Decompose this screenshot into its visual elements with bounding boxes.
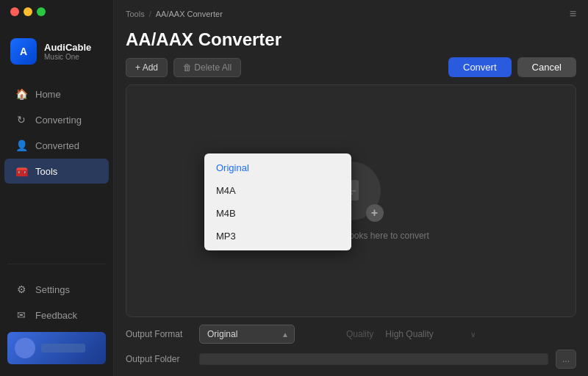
home-icon: 🏠 [15, 88, 28, 100]
sidebar-item-converted-label: Converted [35, 140, 79, 151]
sidebar-item-converting-label: Converting [35, 115, 82, 126]
sidebar-nav: 🏠 Home ↻ Converting 👤 Converted 🧰 Tools [0, 75, 113, 258]
bottom-options: Output Format Original ▲ Quality High Qu… [114, 317, 588, 376]
username-placeholder [41, 344, 85, 352]
sidebar-item-feedback-label: Feedback [35, 310, 77, 321]
minimize-button[interactable] [24, 7, 32, 16]
settings-icon: ⚙ [15, 283, 28, 295]
dropdown-item-m4a[interactable]: M4A [204, 179, 351, 202]
converted-icon: 👤 [15, 140, 28, 151]
user-avatar-section[interactable] [7, 332, 106, 364]
sidebar-item-settings-label: Settings [35, 284, 70, 295]
breadcrumb-separator: / [149, 10, 151, 18]
dropdown-item-m4b[interactable]: M4B [204, 202, 351, 225]
breadcrumb-parent: Tools [126, 10, 145, 18]
sidebar-item-home-label: Home [35, 89, 61, 100]
main-content: Tools / AA/AAX Converter ≡ AA/AAX Conver… [114, 0, 588, 376]
output-format-label: Output Format [126, 329, 192, 339]
sidebar-header: A AudiCable Music One [0, 26, 113, 75]
sidebar-footer: ⚙ Settings ✉ Feedback [0, 270, 113, 376]
breadcrumb: Tools / AA/AAX Converter [126, 10, 223, 18]
output-folder-label: Output Folder [126, 354, 192, 364]
breadcrumb-current: AA/AAX Converter [156, 10, 223, 18]
add-button[interactable]: + Add [126, 58, 168, 77]
sidebar-item-converting[interactable]: ↻ Converting [4, 107, 109, 132]
avatar [15, 338, 35, 358]
app-brand: AudiCable Music One [44, 42, 91, 61]
window-controls [0, 0, 56, 21]
toolbar-left: + Add 🗑 Delete All [126, 58, 241, 77]
sidebar: A AudiCable Music One 🏠 Home ↻ Convertin… [0, 0, 114, 376]
sidebar-divider [7, 264, 106, 264]
app-subtitle: Music One [44, 53, 91, 61]
sidebar-item-tools[interactable]: 🧰 Tools [4, 159, 109, 184]
page-title: AA/AAX Converter [114, 25, 588, 57]
sidebar-item-home[interactable]: 🏠 Home [4, 82, 109, 106]
menu-icon[interactable]: ≡ [570, 7, 576, 21]
format-row: Output Format Original ▲ Quality High Qu… [126, 325, 576, 344]
quality-label: Quality [346, 329, 373, 339]
delete-all-button[interactable]: 🗑 Delete All [173, 58, 241, 77]
sidebar-item-tools-label: Tools [35, 166, 57, 177]
folder-row: Output Folder ... [126, 350, 576, 369]
titlebar: Tools / AA/AAX Converter ≡ [114, 0, 588, 25]
cancel-button[interactable]: Cancel [517, 57, 576, 77]
quality-value: High Quality [385, 329, 433, 339]
format-dropdown-overlay[interactable]: Original M4A M4B MP3 [204, 153, 351, 250]
dropdown-item-original[interactable]: Original [204, 156, 351, 179]
drop-area[interactable]: + Drag & drop audiobooks here to convert… [126, 84, 576, 317]
maximize-button[interactable] [37, 7, 46, 16]
app-name: AudiCable [44, 42, 91, 53]
converting-icon: ↻ [15, 114, 28, 126]
sidebar-item-feedback[interactable]: ✉ Feedback [4, 303, 109, 328]
format-select-display[interactable]: Original [199, 325, 295, 344]
sidebar-item-settings[interactable]: ⚙ Settings [4, 277, 109, 302]
folder-browse-button[interactable]: ... [556, 350, 576, 369]
tools-icon: 🧰 [15, 165, 28, 177]
toolbar: + Add 🗑 Delete All Convert Cancel [114, 57, 588, 84]
format-select-wrapper: Original ▲ [199, 325, 295, 344]
folder-input[interactable] [199, 353, 548, 365]
drop-plus-icon: + [366, 204, 384, 222]
quality-arrow-icon[interactable]: ∨ [470, 330, 476, 339]
app-logo: A [10, 38, 37, 65]
dropdown-item-mp3[interactable]: MP3 [204, 225, 351, 247]
close-button[interactable] [10, 7, 19, 16]
convert-button[interactable]: Convert [448, 57, 512, 77]
toolbar-right: Convert Cancel [448, 57, 576, 77]
format-select-value: Original [207, 329, 237, 339]
sidebar-item-converted[interactable]: 👤 Converted [4, 133, 109, 158]
feedback-icon: ✉ [15, 309, 28, 321]
